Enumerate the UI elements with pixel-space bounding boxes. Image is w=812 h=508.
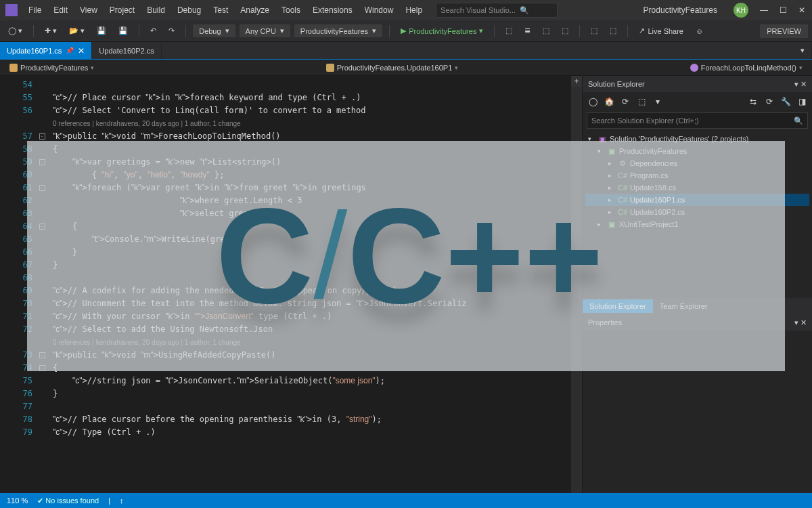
- status-icon[interactable]: ↕: [120, 496, 124, 505]
- redo-button[interactable]: ↷: [164, 25, 179, 37]
- toolbar-icon[interactable]: ≣: [520, 25, 535, 37]
- tab-overflow-button[interactable]: ▾: [794, 42, 812, 59]
- search-icon: 🔍: [794, 117, 803, 125]
- toolbar-icon[interactable]: ⬚: [558, 25, 572, 37]
- chevron-down-icon: ▾: [91, 64, 94, 71]
- chevron-down-icon: ▾: [372, 26, 376, 35]
- live-share-button[interactable]: ↗ Live Share: [635, 25, 687, 37]
- menu-analyze[interactable]: Analyze: [235, 3, 275, 18]
- sync-icon[interactable]: ⟳: [619, 96, 631, 108]
- new-project-button[interactable]: ✚ ▾: [41, 25, 61, 37]
- navigation-bar: ProductivityFeatures▾ ProductivityFeatur…: [0, 60, 812, 76]
- error-status[interactable]: ✔ No issues found: [37, 496, 99, 505]
- properties-icon[interactable]: 🔧: [780, 96, 792, 108]
- class-icon: [326, 64, 334, 72]
- tab-label: Update160P2.cs: [99, 47, 154, 55]
- breadcrumb-class[interactable]: ProductivityFeatures.Update160P1▾: [322, 62, 463, 73]
- refresh-icon[interactable]: ⟳: [763, 96, 775, 108]
- status-bar: 110 % ✔ No issues found | ↕: [0, 493, 812, 508]
- menu-extensions[interactable]: Extensions: [307, 3, 358, 18]
- pin-icon[interactable]: 📌: [66, 47, 74, 54]
- tab-update160p1[interactable]: Update160P1.cs 📌 ✕: [0, 42, 92, 59]
- back-icon[interactable]: ◯: [587, 96, 599, 108]
- maximize-button[interactable]: ☐: [778, 5, 788, 15]
- chevron-down-icon: ▾: [799, 64, 803, 71]
- back-button[interactable]: ◯ ▾: [4, 25, 26, 37]
- menu-view[interactable]: View: [74, 3, 103, 18]
- home-icon[interactable]: 🏠: [603, 96, 615, 108]
- configuration-combo[interactable]: Debug▾: [193, 24, 235, 37]
- menu-project[interactable]: Project: [104, 3, 140, 18]
- standard-toolbar: ◯ ▾ ✚ ▾ 📂 ▾ 💾 💾 ↶ ↷ Debug▾ Any CPU▾ Prod…: [0, 20, 812, 42]
- search-text: Search Visual Studio...: [441, 6, 516, 14]
- overlay-graphic: C/C++: [27, 141, 785, 371]
- toolbar-icon[interactable]: ⬚: [539, 25, 554, 37]
- solution-search-input[interactable]: Search Solution Explorer (Ctrl+;) 🔍: [587, 112, 808, 129]
- open-button[interactable]: 📂 ▾: [65, 25, 89, 37]
- menu-build[interactable]: Build: [141, 3, 171, 18]
- outline-margin: [0, 76, 9, 493]
- menu-tools[interactable]: Tools: [276, 3, 306, 18]
- menu-window[interactable]: Window: [359, 3, 399, 18]
- show-all-icon[interactable]: ⬚: [635, 96, 648, 108]
- search-icon: 🔍: [520, 6, 529, 15]
- vs-logo-icon: [5, 4, 18, 16]
- save-button[interactable]: 💾: [93, 25, 110, 37]
- undo-button[interactable]: ↶: [146, 25, 160, 37]
- solution-explorer-toolbar: ◯ 🏠 ⟳ ⬚ ▾ ⇆ ⟳ 🔧 ◨: [583, 92, 812, 111]
- menu-debug[interactable]: Debug: [172, 3, 206, 18]
- tab-update160p2[interactable]: Update160P2.cs: [92, 42, 161, 59]
- method-icon: [690, 64, 698, 72]
- split-button[interactable]: +: [571, 76, 582, 87]
- chevron-down-icon: ▾: [280, 26, 284, 35]
- menu-test[interactable]: Test: [208, 3, 233, 18]
- csharp-project-icon: [9, 64, 18, 72]
- solution-name-label: ProductivityFeatures: [644, 5, 717, 15]
- user-avatar[interactable]: KH: [734, 3, 748, 18]
- window-controls: — ☐ ✕: [759, 5, 807, 15]
- menu-file[interactable]: File: [23, 3, 47, 18]
- panel-options-icon[interactable]: ▾ ✕: [794, 80, 807, 89]
- toolbar-icon[interactable]: ⬚: [587, 25, 602, 37]
- title-bar: File Edit View Project Build Debug Test …: [0, 0, 812, 20]
- solution-explorer-header: Solution Explorer ▾ ✕: [583, 76, 812, 92]
- menu-help[interactable]: Help: [400, 3, 428, 18]
- preview-icon[interactable]: ◨: [796, 96, 808, 108]
- feedback-button[interactable]: ☺: [692, 26, 707, 37]
- collapse-icon[interactable]: ⇆: [747, 96, 759, 108]
- tab-label: Update160P1.cs: [7, 47, 62, 55]
- minimize-button[interactable]: —: [759, 5, 769, 15]
- panel-options-icon[interactable]: ▾ ✕: [794, 318, 807, 327]
- breadcrumb-method[interactable]: ForeachLoopToLinqMethod()▾: [686, 62, 807, 73]
- zoom-level[interactable]: 110 %: [7, 496, 28, 505]
- search-placeholder-text: Search Solution Explorer (Ctrl+;): [591, 117, 699, 125]
- preview-badge: PREVIEW: [760, 24, 808, 38]
- chevron-down-icon: ▾: [455, 64, 458, 71]
- document-tabs: Update160P1.cs 📌 ✕ Update160P2.cs ▾: [0, 42, 812, 60]
- toolbar-icon[interactable]: ⬚: [501, 25, 516, 37]
- startup-project-combo[interactable]: ProductivityFeatures▾: [294, 24, 382, 37]
- breadcrumb-project[interactable]: ProductivityFeatures▾: [5, 62, 98, 73]
- c-cpp-logo: C/C++: [216, 188, 596, 324]
- main-menu: File Edit View Project Build Debug Test …: [23, 3, 428, 18]
- chevron-down-icon[interactable]: ▾: [652, 96, 664, 108]
- start-debug-button[interactable]: ▶ ProductivityFeatures ▾: [397, 25, 487, 37]
- close-icon[interactable]: ✕: [78, 46, 85, 56]
- quick-launch-search[interactable]: Search Visual Studio... 🔍: [436, 3, 558, 18]
- platform-combo[interactable]: Any CPU▾: [240, 24, 290, 37]
- status-divider: |: [108, 496, 110, 505]
- toolbar-icon[interactable]: ⬚: [606, 25, 621, 37]
- panel-title: Solution Explorer: [588, 80, 645, 88]
- menu-edit[interactable]: Edit: [48, 3, 73, 18]
- close-button[interactable]: ✕: [797, 5, 807, 15]
- chevron-down-icon: ▾: [225, 26, 229, 35]
- save-all-button[interactable]: 💾: [114, 25, 132, 37]
